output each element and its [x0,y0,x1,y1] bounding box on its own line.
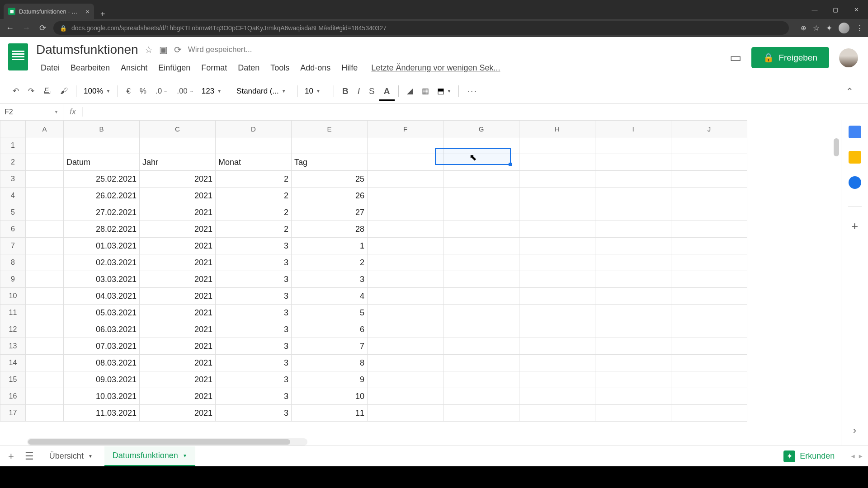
paint-format-icon[interactable]: 🖌 [57,84,71,99]
cell[interactable]: 2021 [140,188,216,204]
cell[interactable] [26,388,64,405]
cell[interactable] [671,355,747,371]
row-header[interactable]: 4 [0,188,26,204]
cell[interactable] [443,154,519,171]
row-header[interactable]: 8 [0,254,26,271]
strikethrough-button[interactable]: S [365,84,378,99]
cell[interactable]: 08.03.2021 [64,355,140,371]
cell[interactable]: Tag [292,154,368,171]
cell[interactable] [595,171,671,188]
cell[interactable] [595,204,671,221]
cell[interactable]: 7 [292,338,368,355]
cell[interactable]: 2021 [140,204,216,221]
cell[interactable] [216,137,292,154]
cell[interactable]: 02.03.2021 [64,254,140,271]
borders-button[interactable]: ▦ [418,84,433,99]
doc-title[interactable]: Datumsfunktionen [36,42,138,57]
chevron-down-icon[interactable]: ▼ [88,454,93,459]
cell[interactable] [595,238,671,254]
cell[interactable]: 2021 [140,305,216,321]
cell[interactable] [671,221,747,238]
col-header[interactable]: F [368,121,443,137]
menu-edit[interactable]: Bearbeiten [66,61,114,75]
reload-icon[interactable]: ⟳ [37,23,48,33]
cell[interactable]: 11.03.2021 [64,405,140,422]
cell[interactable]: 04.03.2021 [64,288,140,305]
cell[interactable] [443,355,519,371]
cell[interactable] [519,388,595,405]
cell[interactable]: 2021 [140,238,216,254]
cell[interactable] [443,271,519,288]
sheet-tab-active[interactable]: Datumsfunktionen ▼ [104,446,195,466]
cell[interactable] [519,355,595,371]
cell[interactable] [519,338,595,355]
cell[interactable]: Monat [216,154,292,171]
cell[interactable] [671,388,747,405]
cell[interactable] [443,188,519,204]
currency-button[interactable]: € [123,84,134,99]
col-header[interactable]: I [595,121,671,137]
cell[interactable] [519,238,595,254]
explore-button[interactable]: ✦ Erkunden [776,447,842,466]
cell[interactable] [26,204,64,221]
italic-button[interactable]: I [354,84,363,99]
row-header[interactable]: 9 [0,271,26,288]
menu-data[interactable]: Daten [233,61,264,75]
font-size-dropdown[interactable]: 10▼ [302,87,329,96]
cell[interactable] [519,171,595,188]
increase-decimal-button[interactable]: .00→ [173,84,197,99]
star-doc-icon[interactable]: ☆ [145,44,153,55]
side-expand-icon[interactable]: › [853,425,856,436]
profile-avatar-icon[interactable] [839,23,849,33]
cell[interactable] [595,221,671,238]
row-header[interactable]: 10 [0,288,26,305]
cell[interactable] [443,171,519,188]
cell[interactable] [671,238,747,254]
keep-icon[interactable] [849,151,861,164]
vertical-scrollbar[interactable] [833,138,840,165]
cell[interactable]: 2 [216,188,292,204]
cell[interactable]: 2021 [140,221,216,238]
cell[interactable] [443,388,519,405]
cell[interactable]: 25.02.2021 [64,171,140,188]
grid[interactable]: A B C D E F G H I J 12DatumJahrMonatTag3… [0,120,841,446]
cell[interactable]: 2 [216,221,292,238]
cell[interactable]: Jahr [140,154,216,171]
cell[interactable] [368,338,443,355]
undo-icon[interactable]: ↶ [9,84,23,99]
cell[interactable] [26,137,64,154]
row-header[interactable]: 3 [0,171,26,188]
cell[interactable]: 3 [216,305,292,321]
tab-next-icon[interactable]: ► [858,453,863,460]
cell[interactable]: 2 [216,171,292,188]
col-header[interactable]: C [140,121,216,137]
row-header[interactable]: 14 [0,355,26,371]
cell[interactable] [671,137,747,154]
zoom-icon[interactable]: ⊕ [801,24,807,32]
font-dropdown[interactable]: Standard (...▼ [234,87,292,96]
cell[interactable]: 28.02.2021 [64,221,140,238]
menu-icon[interactable]: ⋮ [856,23,863,33]
cell[interactable] [26,338,64,355]
chevron-down-icon[interactable]: ▼ [183,453,187,458]
cell[interactable]: 3 [216,405,292,422]
cell[interactable]: 9 [292,371,368,388]
cell[interactable] [368,221,443,238]
cell[interactable] [443,254,519,271]
cell[interactable] [368,288,443,305]
cell[interactable] [519,405,595,422]
cell[interactable] [671,271,747,288]
back-icon[interactable]: ← [5,23,15,33]
cell[interactable] [519,204,595,221]
row-header[interactable]: 15 [0,371,26,388]
cell[interactable]: 3 [216,254,292,271]
cell[interactable] [26,238,64,254]
tab-prev-icon[interactable]: ◄ [850,453,856,460]
cell[interactable] [443,137,519,154]
cell[interactable] [671,305,747,321]
row-header[interactable]: 5 [0,204,26,221]
col-header[interactable]: H [519,121,595,137]
cell[interactable] [519,271,595,288]
cell[interactable]: 28 [292,221,368,238]
star-icon[interactable]: ☆ [813,23,820,33]
